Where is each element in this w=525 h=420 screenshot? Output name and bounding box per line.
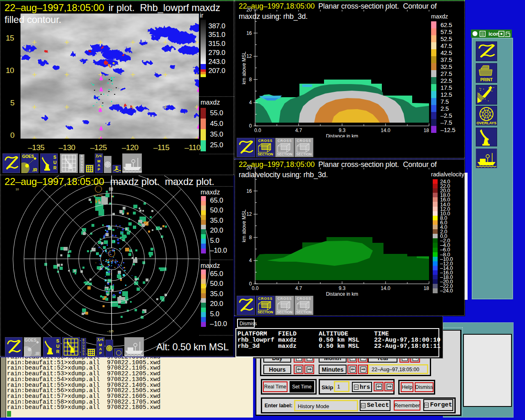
svg-text:Distance in km: Distance in km [326, 133, 358, 137]
svg-text:CROSS: CROSS [258, 297, 272, 301]
svg-text:18: 18 [424, 285, 429, 291]
svg-text:14.0: 14.0 [381, 128, 390, 133]
svg-text:U: U [82, 344, 84, 347]
svg-text:R: R [56, 349, 59, 354]
svg-text:O: O [81, 158, 83, 160]
svg-text:8: 8 [249, 235, 252, 240]
svg-text:12: 12 [247, 53, 252, 59]
svg-text:O: O [82, 341, 84, 344]
svg-text:14.0: 14.0 [381, 285, 390, 291]
svg-text:.IR: .IR [32, 168, 38, 172]
svg-text:CROSS: CROSS [297, 297, 311, 301]
svg-text:16: 16 [247, 188, 252, 194]
svg-text:CROSS: CROSS [277, 139, 292, 143]
svg-text:km above MSL: km above MSL [241, 209, 247, 242]
svg-text:12: 12 [247, 211, 252, 217]
svg-text:yfxx–xxt: yfxx–xxt [94, 194, 103, 196]
svg-text:SECTION: SECTION [277, 152, 292, 156]
svg-text:4: 4 [249, 258, 252, 263]
svg-text:20: 20 [247, 7, 252, 13]
svg-text:S: S [81, 169, 83, 172]
svg-text:18: 18 [424, 128, 429, 133]
svg-text:N: N [81, 163, 83, 166]
svg-text:U: U [53, 160, 57, 165]
svg-text:U: U [81, 160, 83, 163]
svg-text:CROSS: CROSS [297, 139, 311, 143]
svg-text:D: D [81, 166, 83, 169]
svg-text:SECTION: SECTION [296, 310, 312, 314]
svg-text:CROSS: CROSS [277, 297, 292, 301]
svg-text:8: 8 [249, 77, 252, 82]
svg-text:S: S [56, 338, 59, 343]
svg-text:A: A [98, 163, 100, 167]
svg-text:0.0: 0.0 [254, 128, 261, 133]
svg-text:0: 0 [249, 123, 252, 129]
svg-text:4: 4 [249, 100, 252, 105]
svg-text:M: M [99, 343, 102, 347]
svg-text:GOES: GOES [25, 338, 37, 342]
svg-text:P: P [99, 351, 102, 355]
svg-text:S: S [82, 353, 84, 356]
svg-text:PRINT: PRINT [480, 78, 493, 82]
svg-text:OVERLAYS: OVERLAYS [477, 121, 497, 125]
svg-text:icon: icon [488, 31, 500, 37]
svg-text:P: P [98, 167, 100, 171]
svg-text:9.3: 9.3 [339, 285, 346, 291]
svg-text:CROSS: CROSS [258, 139, 272, 143]
svg-text:GOES: GOES [22, 154, 34, 159]
svg-text:M: M [97, 159, 100, 163]
svg-text:B: B [81, 155, 82, 158]
svg-text:SECTION: SECTION [258, 310, 273, 314]
svg-text:0.0: 0.0 [252, 285, 259, 291]
svg-text:SECTION: SECTION [258, 152, 273, 156]
svg-text:B: B [82, 338, 84, 341]
svg-text:4.7: 4.7 [295, 128, 302, 133]
svg-text:20: 20 [247, 165, 252, 171]
svg-text:km above MSL: km above MSL [241, 51, 247, 84]
svg-text:R: R [53, 165, 57, 170]
svg-text:9.3: 9.3 [339, 128, 346, 133]
svg-text:SECTION: SECTION [277, 310, 292, 314]
svg-text:A: A [99, 347, 102, 351]
svg-text:.IR: .IR [34, 352, 40, 356]
svg-text:S: S [53, 155, 56, 160]
svg-text:U: U [56, 344, 59, 349]
svg-text:D: D [82, 350, 84, 353]
svg-text:10: 10 [16, 188, 19, 191]
svg-text:Distance in km: Distance in km [326, 291, 358, 297]
svg-text:4.7: 4.7 [295, 285, 302, 291]
svg-text:b<–125–5: b<–125–5 [106, 259, 117, 262]
svg-text:16: 16 [247, 30, 252, 36]
svg-text:SECTION: SECTION [296, 152, 312, 156]
svg-text:N: N [82, 347, 84, 350]
svg-text:–125: –125 [107, 330, 114, 333]
